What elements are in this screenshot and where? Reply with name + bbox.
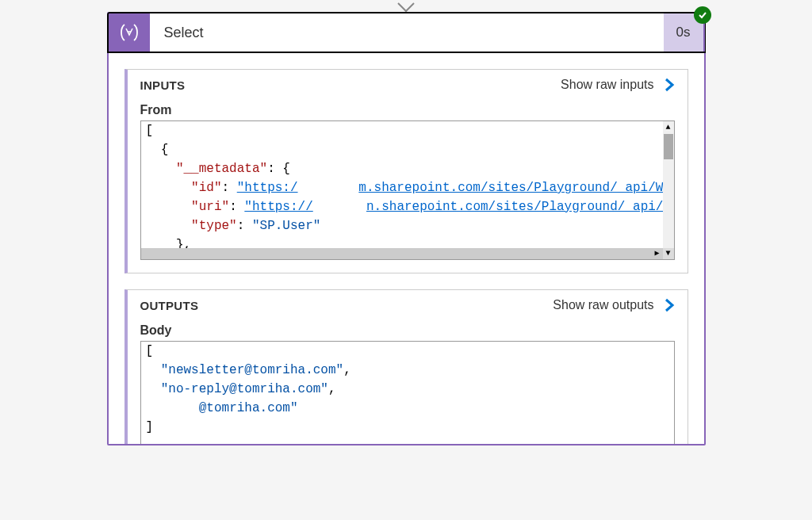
inputs-section: INPUTS Show raw inputs From [ { "__metad… — [124, 69, 688, 273]
select-action-icon — [117, 21, 141, 44]
chevron-right-icon — [664, 298, 675, 312]
card-header[interactable]: Select 0s — [107, 12, 706, 53]
card-title: Select — [150, 13, 664, 52]
scroll-down-arrow[interactable]: ▼ — [663, 247, 674, 259]
outputs-title: OUTPUTS — [140, 299, 199, 312]
body-label: Body — [140, 323, 675, 338]
from-code-box[interactable]: [ { "__metadata": { "id": "https:/ m.sha… — [140, 120, 675, 260]
action-card: Select 0s INPUTS Show raw inputs From [ … — [107, 4, 706, 445]
inputs-title: INPUTS — [140, 78, 186, 92]
scroll-right-arrow[interactable]: ▶ — [652, 247, 663, 259]
horizontal-scrollbar[interactable]: ◀ ▶ ▼ — [141, 248, 674, 259]
vertical-scrollbar[interactable]: ▲ — [663, 121, 674, 248]
scroll-thumb-vertical[interactable] — [664, 134, 673, 159]
show-raw-inputs-label: Show raw inputs — [561, 78, 653, 92]
status-success-badge — [694, 6, 711, 24]
body-code-box[interactable]: [ "newsletter@tomriha.com", "no-reply@to… — [140, 341, 675, 444]
from-label: From — [140, 103, 675, 117]
show-raw-inputs-button[interactable]: Show raw inputs — [561, 78, 674, 92]
action-type-icon-box — [109, 13, 150, 52]
scroll-up-arrow[interactable]: ▲ — [663, 121, 674, 132]
chevron-right-icon — [664, 78, 675, 92]
checkmark-icon — [698, 10, 707, 20]
show-raw-outputs-button[interactable]: Show raw outputs — [553, 298, 674, 312]
outputs-section: OUTPUTS Show raw outputs Body [ "newslet… — [124, 289, 688, 444]
show-raw-outputs-label: Show raw outputs — [553, 298, 653, 312]
from-json-content: [ { "__metadata": { "id": "https:/ m.sha… — [141, 121, 674, 260]
